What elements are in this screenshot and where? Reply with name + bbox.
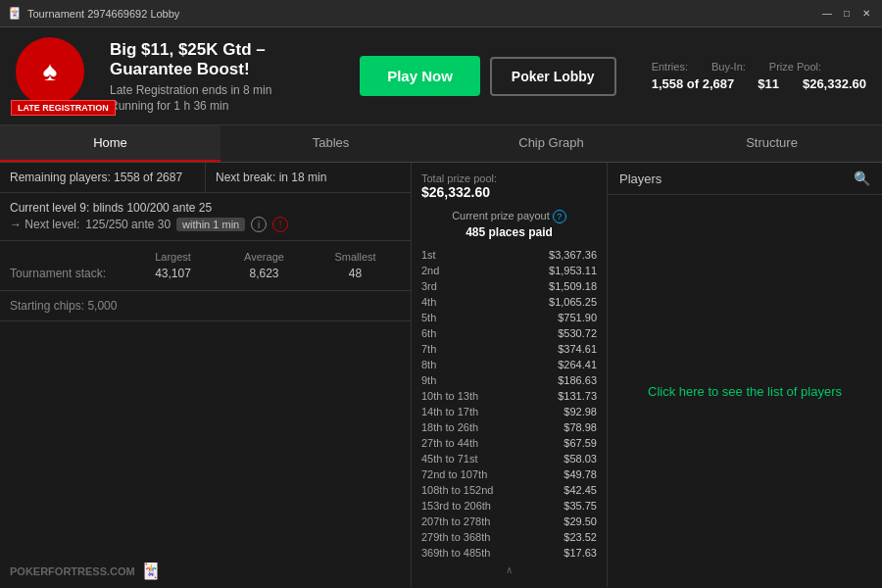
starting-chips-value: 5,000 <box>87 299 117 313</box>
prize-pool-label: Prize Pool: <box>769 61 821 73</box>
payout-row: 45th to 71st$58.03 <box>421 451 597 466</box>
payout-amount: $264.41 <box>558 359 597 370</box>
payout-row: 279th to 368th$23.52 <box>421 529 597 545</box>
payout-place: 1st <box>421 249 436 261</box>
payout-amount: $78.98 <box>564 421 597 433</box>
late-reg-text: Late Registration ends in 8 min <box>110 83 344 97</box>
remaining-players-cell: Remaining players: 1558 of 2687 <box>0 163 206 192</box>
payout-place: 8th <box>421 359 436 370</box>
header-actions: Play Now Poker Lobby <box>360 56 615 96</box>
payout-amount: $530.72 <box>558 327 597 339</box>
payout-row: 3rd$1,509.18 <box>421 278 597 294</box>
tab-tables[interactable]: Tables <box>220 125 441 162</box>
payout-row: 153rd to 206th$35.75 <box>421 498 597 514</box>
watermark: POKERFORTRESS.COM 🃏 <box>10 562 161 580</box>
scroll-indicator: ∧ <box>421 561 597 579</box>
players-info-row: Remaining players: 1558 of 2687 Next bre… <box>0 163 411 193</box>
payout-row: 7th$374.61 <box>421 341 597 357</box>
players-label: Players <box>619 172 662 186</box>
current-level-text: Current level 9: blinds 100/200 ante 25 <box>10 201 401 215</box>
prize-pool-value: $26,332.60 <box>803 76 866 91</box>
starting-chips-row: Starting chips: 5,000 <box>0 291 411 321</box>
payout-row: 18th to 26th$78.98 <box>421 419 597 435</box>
search-icon[interactable]: 🔍 <box>854 171 870 186</box>
next-level-row: → Next level: 125/250 ante 30 within 1 m… <box>10 217 401 232</box>
payout-place: 10th to 13th <box>421 390 478 402</box>
entries-label: Entries: <box>652 61 688 73</box>
tab-home[interactable]: Home <box>0 125 220 162</box>
maximize-button[interactable]: □ <box>839 6 855 22</box>
average-value: 8,623 <box>219 267 310 280</box>
card-icon: 🃏 <box>141 562 161 580</box>
tab-bar: Home Tables Chip Graph Structure <box>0 125 882 163</box>
payout-amount: $92.98 <box>564 406 597 417</box>
payout-place: 7th <box>421 343 436 355</box>
title-bar-title: 🃏 Tournament 2974669692 Lobby <box>8 7 179 20</box>
payout-amount: $58.03 <box>564 453 597 465</box>
smallest-label: Smallest <box>310 251 401 263</box>
payout-amount: $1,509.18 <box>549 280 597 292</box>
play-now-button[interactable]: Play Now <box>360 56 480 96</box>
payout-list: 1st$3,367.362nd$1,953.113rd$1,509.184th$… <box>421 247 597 561</box>
payout-row: 1st$3,367.36 <box>421 247 597 263</box>
payout-amount: $374.61 <box>558 343 597 355</box>
stats-row-labels: Entries: Buy-In: Prize Pool: <box>652 61 866 73</box>
center-panel: Total prize pool: $26,332.60 Current pri… <box>412 163 608 587</box>
payout-info-icon[interactable]: ? <box>553 210 566 223</box>
largest-label: Largest <box>127 251 219 263</box>
right-panel: Players 🔍 Click here to see the list of … <box>608 163 882 587</box>
payout-amount: $3,367.36 <box>549 249 597 261</box>
payout-row: 14th to 17th$92.98 <box>421 404 597 419</box>
payout-row: 27th to 44th$67.59 <box>421 435 597 451</box>
left-panel: Remaining players: 1558 of 2687 Next bre… <box>0 163 412 587</box>
payout-place: 279th to 368th <box>421 531 490 543</box>
payout-place: 45th to 71st <box>421 453 478 465</box>
alert-icon[interactable]: ! <box>272 217 288 232</box>
stats-row-values: 1,558 of 2,687 $11 $26,332.60 <box>652 76 866 91</box>
tab-structure[interactable]: Structure <box>662 125 882 162</box>
minimize-button[interactable]: — <box>819 6 835 22</box>
payout-row: 108th to 152nd$42.45 <box>421 482 597 498</box>
stacks-header: Largest Average Smallest <box>10 251 401 263</box>
tab-chip-graph[interactable]: Chip Graph <box>441 125 662 162</box>
main-content: Remaining players: 1558 of 2687 Next bre… <box>0 163 882 587</box>
buy-in-label: Buy-In: <box>711 61 746 73</box>
late-registration-badge: LATE REGISTRATION <box>11 100 116 116</box>
blinds-row: Current level 9: blinds 100/200 ante 25 … <box>0 193 411 241</box>
logo-circle: ♠ <box>16 37 84 106</box>
poker-lobby-button[interactable]: Poker Lobby <box>490 57 616 96</box>
payout-place: 18th to 26th <box>421 421 478 433</box>
payout-place: 5th <box>421 312 436 323</box>
total-prize-value: $26,332.60 <box>421 184 597 200</box>
payout-amount: $67.59 <box>564 437 597 449</box>
payout-amount: $1,953.11 <box>549 265 597 276</box>
payout-amount: $42.45 <box>564 484 597 496</box>
remaining-players-text: Remaining players: 1558 of 2687 <box>10 171 182 184</box>
info-icon[interactable]: i <box>251 217 267 232</box>
next-break-cell: Next break: in 18 min <box>206 163 411 192</box>
entries-value: 1,558 of 2,687 <box>652 76 735 91</box>
logo-area: ♠ LATE REGISTRATION <box>16 37 94 116</box>
click-to-see-players[interactable]: Click here to see the list of players <box>608 195 882 587</box>
close-button[interactable]: ✕ <box>858 6 874 22</box>
payout-amount: $1,065.25 <box>549 296 597 308</box>
logo-spade-icon: ♠ <box>43 56 58 87</box>
stacks-values: Tournament stack: 43,107 8,623 48 <box>10 267 401 280</box>
smallest-value: 48 <box>310 267 401 280</box>
payout-place: 2nd <box>421 265 439 276</box>
tournament-stack-label: Tournament stack: <box>10 267 127 280</box>
header-info: Big $11, $25K Gtd – Guarantee Boost! Lat… <box>110 40 344 113</box>
payout-row: 207th to 278th$29.50 <box>421 514 597 529</box>
next-level-value: 125/250 ante 30 <box>85 218 171 231</box>
stacks-table: Largest Average Smallest Tournament stac… <box>0 241 411 291</box>
stacks-header-blank <box>10 251 127 263</box>
payout-row: 369th to 485th$17.63 <box>421 545 597 561</box>
payout-place: 108th to 152nd <box>421 484 493 496</box>
payout-row: 72nd to 107th$49.78 <box>421 466 597 482</box>
watermark-text: POKERFORTRESS.COM <box>10 565 135 577</box>
payout-amount: $751.90 <box>558 312 597 323</box>
payout-row: 10th to 13th$131.73 <box>421 388 597 404</box>
average-label: Average <box>219 251 310 263</box>
payout-row: 6th$530.72 <box>421 325 597 341</box>
payout-place: 9th <box>421 374 436 386</box>
